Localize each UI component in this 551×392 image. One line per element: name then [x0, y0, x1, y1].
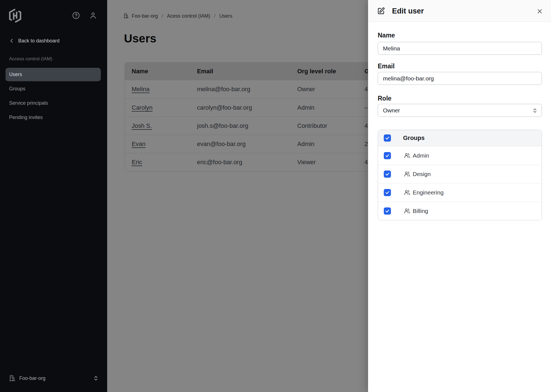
close-icon: [536, 8, 543, 15]
name-input[interactable]: [378, 42, 542, 55]
role-select-value: Owner: [383, 107, 400, 114]
users-icon: [404, 152, 410, 159]
back-label: Back to dashboard: [18, 38, 60, 44]
sidebar-item-label: Service principals: [9, 100, 48, 106]
checkmark-icon: [385, 136, 390, 140]
main-content: Foo-bar-org / Acess control (IAM) / User…: [107, 0, 368, 392]
role-field-label: Role: [378, 95, 542, 102]
org-switcher-label: Foo-bar-org: [19, 375, 45, 381]
panel-body: Name Email Role Owner: [378, 22, 542, 220]
group-row: Engineering: [378, 183, 542, 202]
group-checkbox[interactable]: [384, 189, 391, 196]
group-label: Engineering: [413, 189, 444, 196]
help-icon: [72, 11, 80, 20]
group-label: Design: [413, 171, 431, 177]
group-label: Billing: [413, 208, 428, 214]
checkmark-icon: [385, 190, 390, 195]
sidebar: Back to dashboard Access control (IAM) U…: [0, 0, 107, 392]
checkmark-icon: [385, 153, 390, 158]
hashicorp-logo-icon: [8, 8, 23, 23]
person-icon: [89, 11, 97, 20]
caret-up-down-icon: [92, 375, 99, 382]
panel-header: Edit user: [368, 0, 551, 22]
app: Back to dashboard Access control (IAM) U…: [0, 0, 551, 392]
org-switcher[interactable]: Foo-bar-org: [0, 372, 107, 385]
chevron-left-icon: [8, 37, 15, 44]
users-icon: [404, 171, 410, 177]
sidebar-nav-item[interactable]: Pending invites: [6, 111, 101, 124]
sidebar-item-label: Users: [9, 72, 22, 77]
edit-user-panel: Edit user Name Email Role Owner: [368, 0, 551, 392]
checkmark-icon: [385, 172, 390, 177]
users-icon: [404, 208, 410, 214]
help-button[interactable]: [72, 11, 80, 20]
account-button[interactable]: [89, 11, 97, 20]
sidebar-top-actions: [72, 11, 97, 20]
sidebar-item-label: Groups: [9, 86, 25, 92]
group-row: Design: [378, 165, 542, 183]
groups-list: Admin: [378, 146, 542, 220]
group-row: Billing: [378, 202, 542, 220]
email-input[interactable]: [378, 72, 542, 85]
close-button[interactable]: [535, 7, 544, 16]
users-icon: [404, 189, 410, 196]
caret-up-down-icon: [531, 107, 538, 114]
role-select[interactable]: Owner: [378, 104, 542, 117]
sidebar-section-label: Access control (IAM): [9, 56, 52, 62]
group-checkbox[interactable]: [384, 207, 391, 215]
sidebar-item-label: Pending invites: [9, 115, 43, 120]
groups-select-all-checkbox[interactable]: [384, 134, 391, 142]
email-field-label: Email: [378, 63, 542, 70]
building-icon: [9, 375, 16, 382]
edit-pencil-icon: [377, 7, 385, 15]
name-field-label: Name: [378, 32, 542, 39]
groups-header-row: Groups: [378, 130, 542, 146]
sidebar-nav-item[interactable]: Service principals: [6, 96, 101, 110]
sidebar-nav: Users Groups Service principals Pending …: [6, 68, 101, 125]
groups-header-label: Groups: [403, 134, 425, 142]
checkmark-icon: [385, 209, 390, 213]
panel-title: Edit user: [392, 7, 424, 15]
sidebar-nav-item[interactable]: Users: [6, 68, 101, 81]
groups-card: Groups: [378, 130, 542, 220]
group-checkbox[interactable]: [384, 171, 391, 178]
modal-overlay: [107, 0, 368, 392]
back-to-dashboard-link[interactable]: Back to dashboard: [8, 36, 60, 45]
group-label: Admin: [413, 152, 429, 159]
sidebar-nav-item[interactable]: Groups: [6, 82, 101, 96]
group-checkbox[interactable]: [384, 152, 391, 159]
group-row: Admin: [378, 146, 542, 165]
